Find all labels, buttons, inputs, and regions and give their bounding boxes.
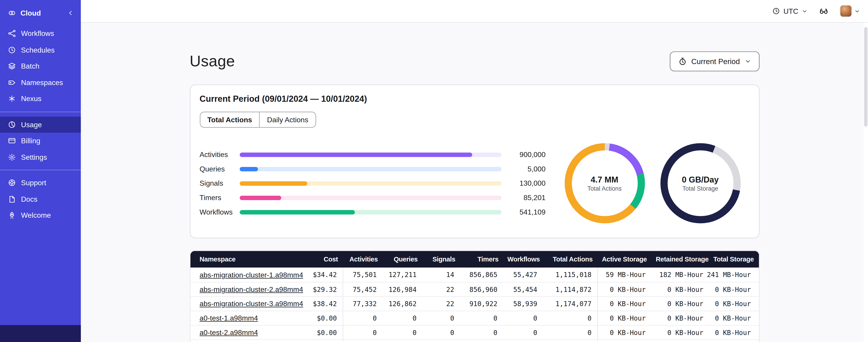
topbar: UTC — [81, 0, 868, 23]
signals-cell: 0 — [422, 311, 460, 325]
main-content: Usage Current Period Current Period (09/… — [81, 23, 868, 342]
namespace-cell: a0-test-1.a98mm4 — [190, 311, 290, 325]
total-actions-cell: 0 — [543, 326, 597, 339]
donut-caption: Total Actions — [587, 185, 622, 192]
total-actions-donut: 4.7 MM Total Actions — [564, 143, 645, 223]
sidebar-item-label: Batch — [21, 62, 39, 70]
activities-cell: 0 — [342, 326, 382, 339]
table-header-row: Namespace Cost Activities Queries Signal… — [190, 251, 758, 268]
retained-storage-cell: 182 MB-Hour — [651, 268, 709, 282]
namespace-link[interactable]: a0-test-2.a98mm4 — [199, 328, 258, 337]
bar-label: Queries — [199, 165, 239, 173]
cost-cell: $0.00 — [290, 311, 342, 325]
chevron-down-icon — [744, 58, 751, 65]
total-storage-cell: 0 KB-Hour — [709, 340, 759, 342]
scrollbar-thumb[interactable] — [864, 27, 868, 127]
support-icon — [8, 179, 16, 187]
bar-fill — [240, 152, 472, 157]
activities-cell: 75,452 — [342, 282, 382, 296]
signals-cell: 0 — [422, 326, 460, 339]
tab-daily-actions[interactable]: Daily Actions — [259, 112, 316, 127]
workflows-cell: 55,454 — [503, 282, 543, 296]
tab-total-actions[interactable]: Total Actions — [200, 112, 259, 127]
namespace-cell: abs-migration-cluster-2.a98mm4 — [190, 282, 290, 296]
sidebar-item-batch[interactable]: Batch — [0, 58, 81, 74]
active-storage-cell: 0 KB-Hour — [597, 282, 651, 296]
signals-cell: 0 — [422, 340, 460, 342]
retained-storage-cell: 0 KB-Hour — [651, 326, 709, 339]
cost-cell: $0.00 — [290, 326, 342, 339]
welcome-icon — [8, 211, 16, 220]
sidebar-item-support[interactable]: Support — [0, 175, 81, 191]
column-header-active-storage: Active Storage — [597, 255, 651, 263]
usage-charts: Activities 900,000 Queries 5,000 Signals — [199, 143, 749, 223]
sidebar-item-settings[interactable]: Settings — [0, 149, 81, 165]
period-selector-label: Current Period — [691, 57, 740, 66]
bar-value: 85,201 — [509, 194, 546, 202]
activities-cell: 75,501 — [342, 268, 382, 282]
sidebar-item-nexus[interactable]: Nexus — [0, 91, 81, 107]
active-storage-cell: 0 KB-Hour — [597, 326, 651, 339]
total-storage-cell: 241 MB-Hour — [709, 268, 759, 282]
sidebar-item-namespaces[interactable]: Namespaces — [0, 74, 81, 91]
namespace-link[interactable]: abs-migration-cluster-2.a98mm4 — [199, 285, 303, 294]
namespace-cell: abs-migration-cluster-1.a98mm4 — [190, 268, 290, 282]
sidebar-footer — [0, 325, 81, 342]
card-title: Current Period (09/01/2024 — 10/01/2024) — [199, 94, 749, 104]
bar-value: 900,000 — [509, 150, 546, 159]
sidebar-item-usage[interactable]: Usage — [0, 116, 81, 133]
activities-cell: 0 — [342, 340, 382, 342]
total-actions-cell: 1,174,077 — [543, 297, 597, 311]
table-row: a0-test-1.a98mm4 $0.00 0 0 0 0 0 0 0 KB-… — [190, 311, 758, 325]
queries-cell: 0 — [382, 326, 422, 339]
bar-label: Activities — [199, 150, 239, 159]
column-header-activities: Activities — [342, 255, 382, 263]
sidebar-item-workflows[interactable]: Workflows — [0, 26, 81, 42]
usage-icon — [8, 121, 16, 129]
table-row: abs-migration-cluster-1.a98mm4 $34.42 75… — [190, 268, 758, 282]
namespace-link[interactable]: abs-migration-cluster-3.a98mm4 — [199, 300, 303, 308]
brand-home-link[interactable]: Cloud — [8, 8, 41, 17]
bar-fill — [240, 195, 281, 200]
namespace-link[interactable]: abs-migration-cluster-1.a98mm4 — [199, 271, 303, 279]
period-selector-button[interactable]: Current Period — [670, 52, 759, 71]
column-header-queries: Queries — [382, 255, 422, 263]
donut-center: 4.7 MM Total Actions — [564, 143, 645, 223]
queries-cell: 127,211 — [382, 268, 422, 282]
signals-cell: 22 — [422, 297, 460, 311]
bar-track — [240, 167, 501, 171]
sidebar-collapse-button[interactable] — [67, 9, 74, 16]
workflows-cell: 1 — [503, 340, 543, 342]
sidebar-item-docs[interactable]: Docs — [0, 191, 81, 207]
cost-cell: $34.42 — [290, 268, 342, 282]
column-header-total-actions: Total Actions — [543, 255, 597, 263]
sidebar-item-welcome[interactable]: Welcome — [0, 207, 81, 224]
bar-row-queries: Queries 5,000 — [199, 165, 546, 173]
retained-storage-cell: 0 KB-Hour — [651, 311, 709, 325]
activities-cell: 0 — [342, 311, 382, 325]
sidebar-item-billing[interactable]: Billing — [0, 133, 81, 149]
timers-cell: 0 — [460, 326, 503, 339]
sidebar-item-schedules[interactable]: Schedules — [0, 42, 81, 58]
queries-cell: 126,862 — [382, 297, 422, 311]
timezone-selector[interactable]: UTC — [772, 7, 808, 15]
namespace-link[interactable]: a0-test-1.a98mm4 — [199, 314, 258, 322]
chevron-down-icon — [802, 8, 808, 14]
total-actions-cell: 1,115,018 — [543, 268, 597, 282]
scrollbar-track[interactable] — [864, 23, 868, 342]
sidebar-item-label: Namespaces — [21, 78, 63, 87]
column-header-retained-storage: Retained Storage — [651, 255, 709, 263]
sidebar-item-label: Usage — [21, 121, 42, 129]
retained-storage-cell: 0 KB-Hour — [651, 340, 709, 342]
queries-cell: 0 — [382, 340, 422, 342]
timers-cell: 856,960 — [460, 282, 503, 296]
stopwatch-icon — [678, 57, 687, 66]
sidebar: Cloud Workflows Schedules Batch Namespac… — [0, 0, 81, 342]
user-avatar — [840, 5, 852, 17]
table-row: abs-migration-cluster-2.a98mm4 $29.32 75… — [190, 282, 758, 297]
bar-value: 130,000 — [509, 179, 546, 187]
glasses-button[interactable] — [819, 6, 829, 16]
total-actions-cell: 1,114,872 — [543, 282, 597, 296]
user-menu[interactable] — [840, 5, 860, 17]
total-storage-cell: 0 KB-Hour — [709, 326, 759, 339]
